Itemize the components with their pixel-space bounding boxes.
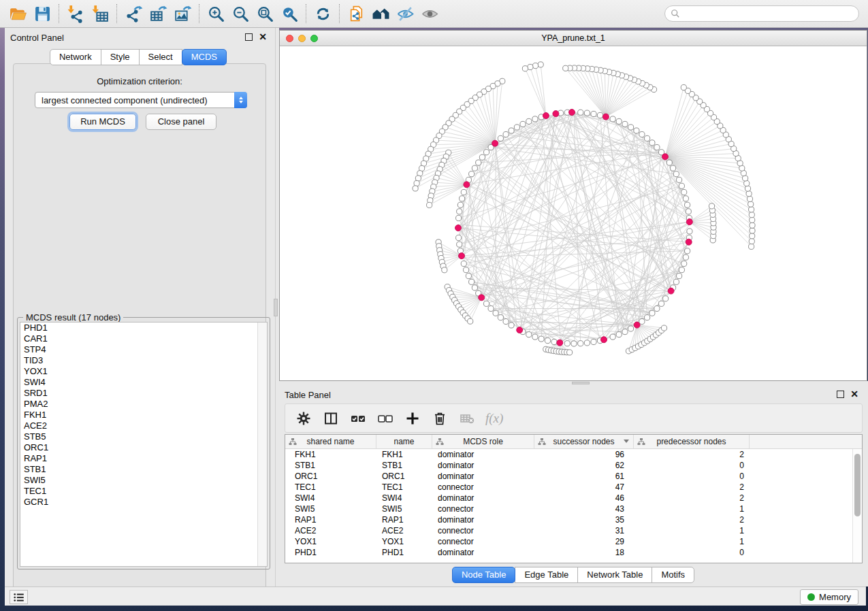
mcds-hub-node[interactable] <box>464 182 470 188</box>
column-header-successor-nodes[interactable]: successor nodes <box>534 435 634 448</box>
graph-node[interactable] <box>749 239 754 244</box>
task-history-button[interactable] <box>10 590 28 604</box>
table-scrollbar[interactable] <box>852 449 862 563</box>
graph-node[interactable] <box>622 121 628 127</box>
close-panel-button[interactable]: Close panel <box>146 114 216 130</box>
column-layout-button[interactable] <box>321 408 341 429</box>
graph-node[interactable] <box>628 326 634 331</box>
graph-node[interactable] <box>681 84 686 90</box>
tab-edge-table[interactable]: Edge Table <box>515 567 578 583</box>
graph-node[interactable] <box>442 267 447 273</box>
graph-node[interactable] <box>709 203 714 209</box>
mcds-hub-node[interactable] <box>553 111 559 117</box>
graph-node[interactable] <box>679 183 684 188</box>
select-all-columns-button[interactable] <box>348 408 368 429</box>
graph-node[interactable] <box>666 160 672 165</box>
graph-node[interactable] <box>749 207 754 212</box>
mcds-list-item[interactable]: YOX1 <box>20 366 267 377</box>
graph-node[interactable] <box>750 233 755 239</box>
float-window-icon[interactable] <box>245 33 253 41</box>
table-settings-button[interactable] <box>293 408 314 429</box>
table-row[interactable]: SWI4SWI4dominator462 <box>285 493 852 503</box>
graph-node[interactable] <box>578 110 583 115</box>
graph-node[interactable] <box>584 340 590 346</box>
graph-node[interactable] <box>476 160 481 165</box>
graph-node[interactable] <box>464 267 469 273</box>
table-row[interactable]: RAP1RAP1dominator352 <box>285 514 852 525</box>
refresh-view-button[interactable] <box>310 3 335 24</box>
import-table-button[interactable] <box>88 3 112 24</box>
graph-node[interactable] <box>538 62 543 67</box>
open-session-button[interactable] <box>5 3 30 24</box>
graph-node[interactable] <box>479 154 485 160</box>
tab-mcds[interactable]: MCDS <box>182 49 227 65</box>
mcds-list-item[interactable]: SWI4 <box>20 377 267 388</box>
graph-node[interactable] <box>493 310 498 316</box>
mcds-hub-node[interactable] <box>569 110 575 116</box>
add-column-button[interactable] <box>402 408 423 429</box>
graph-node[interactable] <box>639 131 645 137</box>
criterion-dropdown[interactable]: largest connected component (undirected) <box>35 92 247 108</box>
hide-selected-button[interactable] <box>393 3 417 24</box>
graph-node[interactable] <box>686 209 691 214</box>
graph-node[interactable] <box>591 339 596 344</box>
graph-node[interactable] <box>749 244 754 249</box>
graph-node[interactable] <box>564 341 570 346</box>
first-neighbors-button[interactable] <box>368 3 393 24</box>
graph-node[interactable] <box>545 338 550 344</box>
table-row[interactable]: TEC1TEC1connector472 <box>285 482 852 493</box>
graph-node[interactable] <box>457 202 463 208</box>
tab-node-table[interactable]: Node Table <box>452 567 516 583</box>
graph-node[interactable] <box>461 189 466 195</box>
graph-node[interactable] <box>649 140 655 146</box>
scrollbar-thumb[interactable] <box>854 454 861 516</box>
mcds-list-item[interactable]: PHD1 <box>20 323 267 333</box>
close-panel-icon[interactable]: ✕ <box>850 391 858 398</box>
graph-node[interactable] <box>685 202 690 208</box>
splitter-grip[interactable] <box>572 382 590 384</box>
table-row[interactable]: FKH1FKH1dominator962 <box>285 449 852 460</box>
import-network-button[interactable] <box>63 3 88 24</box>
vertical-splitter[interactable] <box>272 28 279 587</box>
graph-node[interactable] <box>567 350 573 355</box>
mcds-list-item[interactable]: ORC1 <box>20 442 267 453</box>
tab-network-table[interactable]: Network Table <box>577 567 652 583</box>
graph-node[interactable] <box>744 180 750 186</box>
mcds-hub-node[interactable] <box>459 253 465 259</box>
graph-node[interactable] <box>526 118 532 124</box>
graph-node[interactable] <box>681 261 687 266</box>
graph-node[interactable] <box>750 228 755 233</box>
graph-node[interactable] <box>610 334 615 340</box>
column-header-shared-name[interactable]: shared name <box>285 435 376 448</box>
mcds-hub-node[interactable] <box>601 337 607 343</box>
mcds-list-item[interactable]: CAR1 <box>20 333 267 344</box>
graph-node[interactable] <box>509 323 514 328</box>
graph-node[interactable] <box>571 341 577 346</box>
graph-node[interactable] <box>661 325 666 331</box>
graph-node[interactable] <box>498 135 503 141</box>
graph-node[interactable] <box>683 196 688 201</box>
graph-node[interactable] <box>526 332 532 337</box>
graph-node[interactable] <box>415 176 421 181</box>
graph-node[interactable] <box>509 128 514 133</box>
graph-node[interactable] <box>658 301 664 306</box>
graph-node[interactable] <box>427 202 432 208</box>
mcds-hub-node[interactable] <box>602 114 609 120</box>
graph-node[interactable] <box>622 329 628 335</box>
graph-node[interactable] <box>683 254 688 260</box>
mcds-list-item[interactable]: FKH1 <box>20 410 267 420</box>
graph-node[interactable] <box>645 135 650 141</box>
graph-node[interactable] <box>687 229 692 234</box>
graph-node[interactable] <box>597 112 602 118</box>
export-image-button[interactable] <box>170 3 195 24</box>
mcds-hub-node[interactable] <box>479 295 485 301</box>
graph-node[interactable] <box>413 186 418 191</box>
table-row[interactable]: STB1STB1dominator620 <box>285 460 852 471</box>
zoom-selected-button[interactable] <box>277 3 302 24</box>
graph-node[interactable] <box>460 196 465 201</box>
graph-node[interactable] <box>456 215 462 220</box>
graph-node[interactable] <box>503 131 509 137</box>
close-panel-icon[interactable]: ✕ <box>259 33 267 41</box>
graph-node[interactable] <box>649 310 655 316</box>
mcds-list-item[interactable]: TID3 <box>20 355 267 366</box>
